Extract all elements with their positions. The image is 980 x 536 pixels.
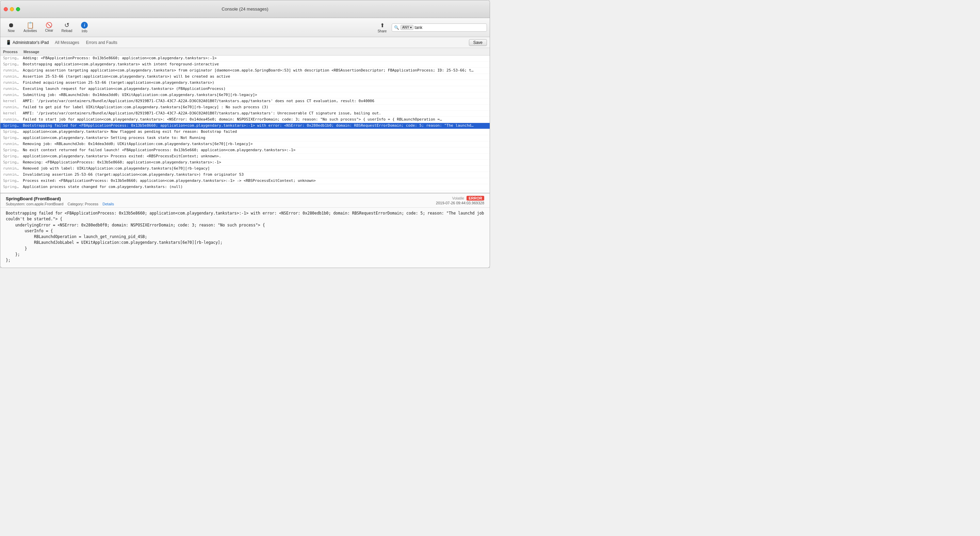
log-process: runnin…: [3, 105, 23, 109]
log-process: runnin…: [3, 86, 23, 91]
now-icon: ⏺: [8, 22, 14, 28]
table-row[interactable]: runnin…Removed job with label: UIKitAppl…: [0, 166, 490, 172]
table-row[interactable]: Spring…Bootstrapping failed for <FBAppli…: [0, 123, 490, 129]
table-row[interactable]: Spring…Removing: <FBApplicationProcess: …: [0, 160, 490, 166]
col-message-header: Message: [24, 50, 39, 54]
log-process: Spring…: [3, 129, 23, 134]
ipad-icon: 📱: [6, 40, 11, 45]
table-row[interactable]: runnin…Submitting job: <RBLaunchdJob: 0x…: [0, 92, 490, 99]
share-icon: ⬆: [380, 22, 385, 29]
share-button[interactable]: ⬆ Share: [374, 21, 390, 34]
filter-label: ANY: [402, 26, 409, 29]
table-row[interactable]: Spring…Adding: <FBApplicationProcess: 0x…: [0, 56, 490, 62]
table-row[interactable]: runnin…Finished acquiring assertion 25-5…: [0, 80, 490, 86]
table-row[interactable]: runnin…failed to get pid for label UIKit…: [0, 105, 490, 111]
info-label: Info: [82, 29, 88, 33]
log-process: runnin…: [3, 172, 23, 177]
table-row[interactable]: Spring…Bootstrapping application<com.pla…: [0, 62, 490, 68]
col-process-header: Process: [3, 50, 24, 54]
clear-icon: 🚫: [46, 22, 52, 28]
log-message: Process exited: <FBApplicationProcess: 0…: [23, 179, 487, 183]
table-row[interactable]: Spring…application<com.playgendary.tanks…: [0, 135, 490, 141]
detail-status-row: Volatile ERROR: [436, 196, 484, 200]
log-message: Bootstrapping application<com.playgendar…: [23, 62, 487, 66]
log-message: Submitting job: <RBLaunchdJob: 0x14dea3d…: [23, 93, 487, 97]
log-process: runnin…: [3, 74, 23, 79]
log-message: Removing job: <RBLaunchdJob: 0x14dea3dd0…: [23, 142, 487, 146]
log-process: Spring…: [3, 136, 23, 140]
tab-all-messages[interactable]: All Messages: [51, 39, 82, 46]
now-label: Now: [8, 29, 14, 33]
info-circle-icon: i: [81, 22, 88, 29]
detail-meta: Subsystem: com.apple.FrontBoard Category…: [6, 202, 114, 206]
log-message: Acquiring assertion targeting applicatio…: [23, 68, 487, 73]
close-button[interactable]: [4, 7, 8, 11]
activities-label: Activities: [24, 29, 37, 33]
log-area[interactable]: Spring…Adding: <FBApplicationProcess: 0x…: [0, 56, 490, 193]
search-icon: 🔍: [394, 25, 399, 30]
table-row[interactable]: kernelAMFI: '/private/var/containers/Bun…: [0, 99, 490, 105]
log-message: Bootstrapping failed for <FBApplicationP…: [23, 123, 487, 128]
log-message: Removing: <FBApplicationProcess: 0x13b5e…: [23, 160, 487, 164]
log-message: Invalidating assertion 25-53-66 (target:…: [23, 172, 487, 177]
search-input-value: tank: [415, 25, 485, 30]
log-message: Removed job with label: UIKitApplication…: [23, 166, 487, 171]
reload-button[interactable]: ↺ Reload: [59, 21, 75, 34]
log-message: failed to get pid for label UIKitApplica…: [23, 105, 487, 109]
log-message: Executing launch request for application…: [23, 86, 487, 91]
detail-body: Bootstrapping failed for <FBApplicationP…: [0, 208, 490, 268]
table-row[interactable]: runnin…Executing launch request for appl…: [0, 86, 490, 92]
volatile-label: Volatile: [452, 196, 464, 200]
table-row[interactable]: Spring…application<com.playgendary.tanks…: [0, 129, 490, 135]
log-process: runnin…: [3, 142, 23, 146]
log-process: Spring…: [3, 154, 23, 158]
titlebar: Console (24 messages): [0, 0, 490, 18]
table-row[interactable]: runnin…Acquiring assertion targeting app…: [0, 68, 490, 74]
window-title: Console (24 messages): [221, 6, 268, 11]
clear-button[interactable]: 🚫 Clear: [41, 21, 57, 34]
maximize-button[interactable]: [16, 7, 20, 11]
share-label: Share: [378, 29, 387, 33]
detail-header: SpringBoard (FrontBoard) Subsystem: com.…: [0, 193, 490, 208]
table-row[interactable]: Spring…No exit context returned for fail…: [0, 147, 490, 153]
table-row[interactable]: runnin…Failed to start job for applicati…: [0, 117, 490, 123]
search-area: 🔍 ANY ▾ tank: [392, 24, 487, 32]
log-message: Adding: <FBApplicationProcess: 0x13b5e86…: [23, 56, 487, 60]
search-box[interactable]: 🔍 ANY ▾ tank: [392, 24, 487, 32]
log-process: runnin…: [3, 117, 23, 121]
table-row[interactable]: Spring…application<com.playgendary.tanks…: [0, 153, 490, 160]
clear-label: Clear: [45, 29, 53, 32]
table-row[interactable]: runnin…Invalidating assertion 25-53-66 (…: [0, 172, 490, 178]
detail-category: Category: Process: [68, 202, 98, 206]
device-name: Administrator's iPad: [13, 40, 49, 45]
search-filter-dropdown[interactable]: ANY ▾: [401, 25, 414, 30]
detail-right: Volatile ERROR 2019-07-26 09:44:03.96932…: [436, 196, 484, 205]
log-message: application<com.playgendary.tankstars> S…: [23, 136, 487, 140]
now-button[interactable]: ⏺ Now: [3, 21, 19, 34]
activities-icon: 📋: [27, 22, 34, 28]
log-process: kernel: [3, 99, 23, 103]
table-row[interactable]: Spring…Process exited: <FBApplicationPro…: [0, 178, 490, 184]
log-message: Finished acquiring assertion 25-53-66 (t…: [23, 80, 487, 85]
log-process: Spring…: [3, 56, 23, 60]
detail-info: SpringBoard (FrontBoard) Subsystem: com.…: [6, 196, 114, 206]
table-header: Process Message: [0, 48, 490, 56]
filter-arrow: ▾: [410, 26, 412, 29]
info-button[interactable]: i Info: [76, 21, 92, 34]
table-row[interactable]: Spring…Application process state changed…: [0, 184, 490, 190]
device-selector[interactable]: 📱 Administrator's iPad: [3, 38, 51, 46]
reload-label: Reload: [62, 29, 73, 33]
log-message: AMFI: '/private/var/containers/Bundle/Ap…: [23, 99, 487, 103]
log-message: Assertion 25-53-66 (target:application<c…: [23, 74, 487, 79]
tab-errors-faults[interactable]: Errors and Faults: [83, 39, 121, 46]
table-row[interactable]: kernelAMFI: '/private/var/containers/Bun…: [0, 111, 490, 117]
table-row[interactable]: runnin…Removing job: <RBLaunchdJob: 0x14…: [0, 141, 490, 147]
detail-details-link[interactable]: Details: [102, 202, 114, 206]
detail-subsystem: Subsystem: com.apple.FrontBoard: [6, 202, 63, 206]
table-row[interactable]: runnin…Assertion 25-53-66 (target:applic…: [0, 74, 490, 80]
log-process: Spring…: [3, 185, 23, 189]
error-badge: ERROR: [466, 196, 484, 201]
minimize-button[interactable]: [10, 7, 14, 11]
activities-button[interactable]: 📋 Activities: [21, 21, 40, 34]
save-button[interactable]: Save: [469, 39, 487, 46]
